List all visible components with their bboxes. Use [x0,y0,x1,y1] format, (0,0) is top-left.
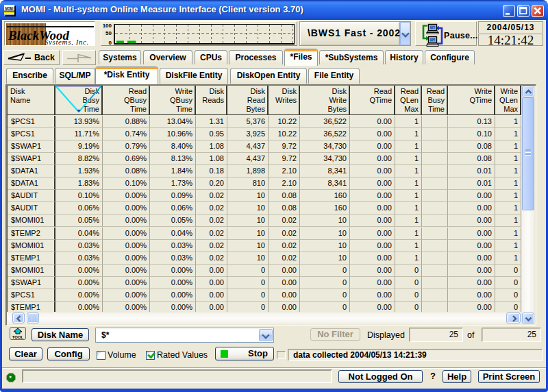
svg-text:MOMI: MOMI [5,5,14,12]
svg-text:TOOL: TOOL [12,335,24,339]
